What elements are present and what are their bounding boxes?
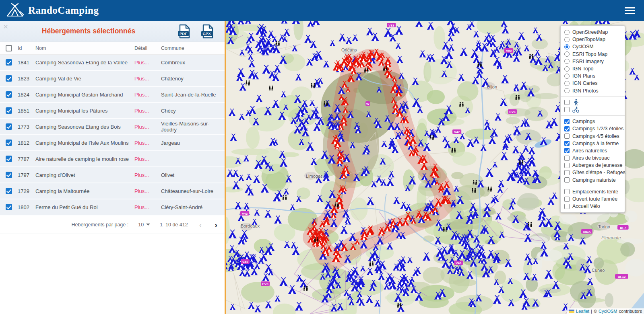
map-marker-camping[interactable] xyxy=(538,208,546,217)
panel-resize-handle[interactable] xyxy=(225,21,226,314)
detail-link[interactable]: Plus... xyxy=(134,108,161,114)
map-marker-camping[interactable] xyxy=(524,254,531,261)
map-marker-camping[interactable] xyxy=(435,126,441,132)
map-marker-camping[interactable] xyxy=(562,21,568,24)
map-marker-camping[interactable] xyxy=(351,267,359,275)
map-marker-camping[interactable] xyxy=(248,302,254,309)
map-marker-camping[interactable] xyxy=(237,21,244,24)
map-marker-camping[interactable] xyxy=(378,273,385,280)
map-marker-camping[interactable] xyxy=(498,180,504,187)
map-marker-camping[interactable] xyxy=(586,257,593,263)
map-marker-camping[interactable] xyxy=(246,174,252,180)
map-marker-camping[interactable] xyxy=(265,301,272,308)
map-marker-camping[interactable] xyxy=(587,278,593,285)
overlay-filter[interactable] xyxy=(564,106,621,113)
overlay-filter[interactable] xyxy=(564,99,621,106)
map-marker-hikers[interactable] xyxy=(246,80,250,85)
map-marker-camping[interactable] xyxy=(493,57,502,66)
map-marker-camping[interactable] xyxy=(232,170,239,177)
map-marker-camping[interactable] xyxy=(495,213,502,220)
row-checkbox[interactable] xyxy=(6,172,12,178)
map-marker-camping[interactable] xyxy=(395,26,403,35)
map-marker-camping[interactable] xyxy=(492,162,497,167)
map-marker-camping[interactable] xyxy=(239,50,245,55)
overlay-filter[interactable]: Campings 1/2/3 étoiles xyxy=(564,125,621,132)
map-marker-camping[interactable] xyxy=(346,37,352,44)
map-marker-camping[interactable] xyxy=(243,252,251,260)
map-marker-camping[interactable] xyxy=(381,141,387,147)
map-marker-camping[interactable] xyxy=(536,34,543,41)
map-marker-camping[interactable] xyxy=(447,21,454,25)
map-marker-camping[interactable] xyxy=(274,215,282,224)
map-marker-hikers[interactable] xyxy=(269,86,273,90)
export-pdf-button[interactable]: PDF xyxy=(177,24,191,39)
map-marker-camping[interactable] xyxy=(531,274,537,280)
map-marker-camping[interactable] xyxy=(386,178,394,186)
map-marker-camping[interactable] xyxy=(384,283,390,289)
overlay-filter[interactable]: Campings 4/5 étoiles xyxy=(564,132,621,140)
map-marker-camping[interactable] xyxy=(339,34,346,41)
map-marker-camping[interactable] xyxy=(244,270,250,277)
map-marker-camping[interactable] xyxy=(360,266,365,271)
map-marker-camping[interactable] xyxy=(230,304,235,310)
map-marker-camping[interactable] xyxy=(366,28,374,35)
map-marker-camping[interactable] xyxy=(453,137,459,143)
map-marker-camping[interactable] xyxy=(484,120,490,125)
detail-link[interactable]: Plus... xyxy=(134,172,161,178)
map-marker-camping[interactable] xyxy=(485,168,493,177)
row-checkbox[interactable] xyxy=(6,140,12,146)
base-layer-option[interactable]: OpenTopoMap xyxy=(564,36,621,43)
map-marker-camping[interactable] xyxy=(495,113,502,120)
base-layer-option[interactable]: ESRI Imagery xyxy=(564,58,621,65)
map-marker-camping[interactable] xyxy=(400,202,407,209)
map-marker-camping[interactable] xyxy=(634,75,640,80)
overlay-filter[interactable]: Ouvert toute l'année xyxy=(564,195,621,203)
map-marker-camping[interactable] xyxy=(415,21,423,27)
detail-link[interactable]: Plus... xyxy=(134,204,161,210)
map-marker-camping[interactable] xyxy=(268,31,275,38)
export-gpx-button[interactable]: GPX xyxy=(200,24,214,39)
map-marker-camping[interactable] xyxy=(229,245,236,252)
map-marker-camping[interactable] xyxy=(264,264,272,273)
map-marker-camping[interactable] xyxy=(524,45,529,51)
map-marker-camping[interactable] xyxy=(304,35,312,43)
map-marker-camping[interactable] xyxy=(318,78,324,84)
map-marker-camping[interactable] xyxy=(254,306,261,312)
map-marker-camping[interactable] xyxy=(415,267,421,274)
map-marker-camping[interactable] xyxy=(533,27,538,33)
detail-link[interactable]: Plus... xyxy=(134,92,161,98)
overlay-filter[interactable]: Campings à la ferme xyxy=(564,140,621,147)
map-marker-camping[interactable] xyxy=(493,295,502,304)
base-layer-option[interactable]: ESRI Topo Map xyxy=(564,51,621,58)
map-marker-camping[interactable] xyxy=(295,302,303,311)
map-marker-camping[interactable] xyxy=(279,277,288,286)
map-marker-camping[interactable] xyxy=(262,65,270,74)
next-page-button[interactable]: › xyxy=(213,221,219,229)
map-marker-camping[interactable] xyxy=(518,32,525,40)
map-marker-camping[interactable] xyxy=(295,74,302,80)
map-marker-camping[interactable] xyxy=(253,176,260,183)
leaflet-link[interactable]: Leaflet xyxy=(576,309,589,314)
map-marker-camping[interactable] xyxy=(467,139,474,147)
map-marker-camping[interactable] xyxy=(281,91,286,97)
menu-button[interactable] xyxy=(625,6,635,14)
overlay-filter[interactable]: Campings naturiste xyxy=(564,176,621,184)
base-layer-option[interactable]: IGN Plans xyxy=(564,72,621,80)
map-marker-camping[interactable] xyxy=(341,226,348,234)
map-marker-camping[interactable] xyxy=(274,65,281,72)
map-marker-hikers[interactable] xyxy=(283,195,287,200)
page-size-select[interactable]: 10 xyxy=(138,222,150,228)
map-marker-camping[interactable] xyxy=(235,202,242,209)
map-marker-camping[interactable] xyxy=(501,75,509,83)
base-layer-option[interactable]: IGN Cartes xyxy=(564,80,621,87)
detail-link[interactable]: Plus... xyxy=(134,188,161,194)
map-marker-camping[interactable] xyxy=(423,252,430,261)
base-layer-option[interactable]: IGN Topo xyxy=(564,65,621,72)
map-marker-camping[interactable] xyxy=(323,61,330,68)
map-marker-camping[interactable] xyxy=(312,21,320,25)
map-marker-camping[interactable] xyxy=(374,300,380,306)
map-marker-camping[interactable] xyxy=(460,48,468,56)
row-checkbox[interactable] xyxy=(6,75,12,82)
map-marker-camping[interactable] xyxy=(407,257,413,263)
map-marker-camping[interactable] xyxy=(393,197,400,204)
